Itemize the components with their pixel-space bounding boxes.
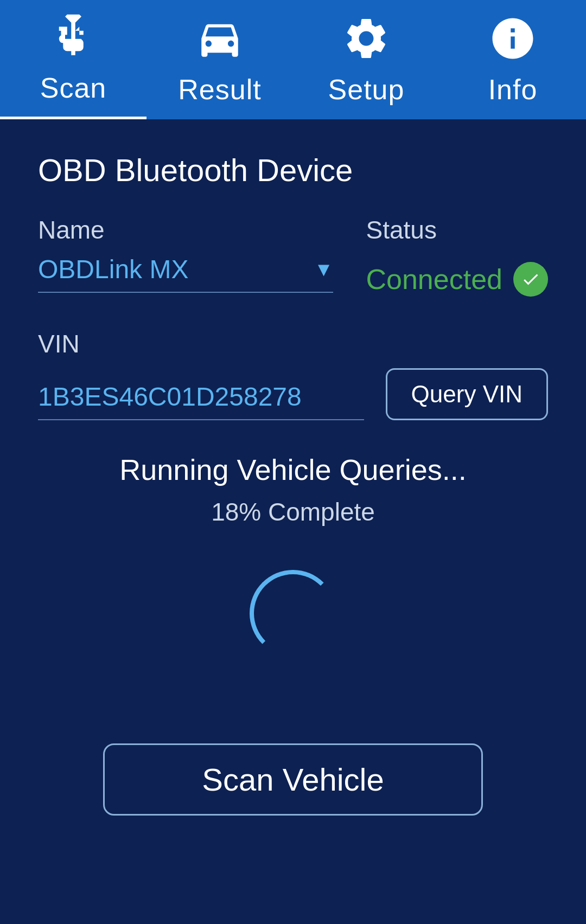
progress-section: Running Vehicle Queries... 18% Complete: [38, 453, 548, 700]
section-title: OBD Bluetooth Device: [38, 152, 548, 188]
scan-vehicle-button[interactable]: Scan Vehicle: [103, 743, 483, 816]
nav-item-setup[interactable]: Setup: [293, 0, 440, 119]
status-row: Connected: [366, 262, 548, 297]
device-row: Name OBDLink MX ▼ Status Connected: [38, 215, 548, 297]
nav-item-scan[interactable]: Scan: [0, 0, 146, 119]
usb-icon: [49, 12, 98, 67]
complete-percentage-text: 18% Complete: [211, 497, 375, 527]
nav-result-label: Result: [178, 73, 261, 106]
running-queries-text: Running Vehicle Queries...: [119, 453, 466, 486]
nav-bar: Scan Result Setup Info: [0, 0, 586, 119]
vin-section: VIN 1B3ES46C01D258278 Query VIN: [38, 329, 548, 420]
vin-row: 1B3ES46C01D258278 Query VIN: [38, 368, 548, 420]
info-icon: [488, 14, 537, 69]
nav-item-result[interactable]: Result: [146, 0, 293, 119]
nav-setup-label: Setup: [328, 73, 405, 106]
chevron-down-icon: ▼: [314, 258, 334, 281]
gear-icon: [342, 14, 391, 69]
device-name-value: OBDLink MX: [38, 254, 305, 284]
main-content: OBD Bluetooth Device Name OBDLink MX ▼ S…: [0, 119, 586, 848]
nav-item-info[interactable]: Info: [440, 0, 586, 119]
query-vin-button[interactable]: Query VIN: [386, 368, 548, 420]
loading-spinner: [250, 570, 336, 657]
nav-info-label: Info: [488, 73, 538, 106]
vin-value: 1B3ES46C01D258278: [38, 382, 302, 411]
spinner-circle: [250, 570, 336, 657]
status-value: Connected: [366, 263, 502, 296]
device-left: Name OBDLink MX ▼: [38, 215, 333, 293]
device-right: Status Connected: [366, 215, 548, 297]
nav-scan-label: Scan: [40, 72, 107, 104]
vin-input-wrapper: 1B3ES46C01D258278: [38, 382, 364, 420]
device-dropdown[interactable]: OBDLink MX ▼: [38, 254, 333, 293]
vin-label: VIN: [38, 329, 548, 358]
connected-check-icon: [513, 262, 548, 297]
name-label: Name: [38, 215, 333, 245]
car-icon: [195, 14, 244, 69]
status-label: Status: [366, 215, 436, 245]
